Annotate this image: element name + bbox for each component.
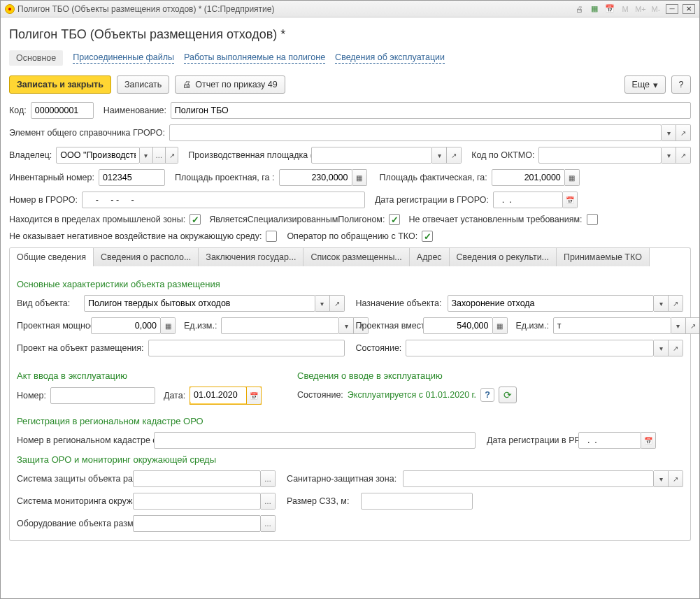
nav-tabs: Основное Присоединенные файлы Работы вып…: [9, 50, 691, 66]
report-button[interactable]: 🖨 Отчет по приказу 49: [175, 75, 285, 94]
design-vol-input[interactable]: [423, 317, 493, 334]
obj-type-open[interactable]: ↗: [330, 295, 345, 312]
szz-dropdown[interactable]: ▾: [654, 470, 669, 487]
minimize-button[interactable]: ─: [666, 4, 678, 14]
design-cap-calc-icon[interactable]: ▦: [161, 317, 176, 334]
m-minus-button[interactable]: M-: [650, 3, 662, 15]
close-button[interactable]: ✕: [683, 4, 695, 14]
state-input[interactable]: [406, 340, 654, 356]
more-button[interactable]: Еще ▾: [624, 75, 666, 94]
prod-site-dropdown[interactable]: ▾: [432, 147, 447, 164]
act-num-input[interactable]: [50, 387, 155, 404]
state-open[interactable]: ↗: [669, 340, 683, 356]
tab-exploitation[interactable]: Сведения об эксплуатации: [335, 52, 445, 64]
print-icon[interactable]: 🖨: [573, 3, 585, 15]
calc-icon[interactable]: ▦: [589, 3, 600, 15]
area-plan-calc-icon[interactable]: ▦: [352, 169, 367, 186]
commission-state-label: Состояние:: [297, 390, 343, 400]
tab-attached-files[interactable]: Присоединенные файлы: [73, 52, 174, 64]
unit2-input[interactable]: [553, 317, 671, 334]
calendar-icon[interactable]: 📅: [604, 3, 615, 15]
protection-sys-input[interactable]: [133, 470, 261, 487]
oktmo-open[interactable]: ↗: [676, 147, 691, 164]
inner-tab-address[interactable]: Адрес: [410, 248, 450, 266]
monitoring-input[interactable]: [133, 493, 261, 510]
inner-tab-tko[interactable]: Принимаемые ТКО: [557, 248, 650, 266]
prod-site-input[interactable]: [311, 147, 432, 164]
save-close-button[interactable]: Записать и закрыть: [9, 75, 111, 94]
szz-open[interactable]: ↗: [669, 470, 683, 487]
protection-sys-ellipsis[interactable]: …: [261, 470, 276, 487]
obj-type-input[interactable]: [84, 295, 315, 312]
owner-ellipsis[interactable]: …: [153, 147, 166, 164]
owner-dropdown[interactable]: ▾: [140, 147, 152, 164]
commission-help-button[interactable]: ?: [480, 388, 494, 402]
state-dropdown[interactable]: ▾: [654, 340, 669, 356]
inner-tab-general[interactable]: Общие сведения: [10, 248, 94, 266]
tab-works[interactable]: Работы выполняемые на полигоне: [184, 52, 325, 64]
specialized-checkbox[interactable]: [389, 214, 400, 225]
reg-date-calendar-icon[interactable]: 📅: [641, 432, 656, 449]
prod-site-open[interactable]: ↗: [447, 147, 462, 164]
purpose-input[interactable]: [448, 295, 655, 312]
prod-site-label: Производственная площадка (основная):: [188, 150, 307, 161]
inner-tab-reclamation[interactable]: Сведения о рекульти...: [450, 248, 557, 266]
groro-elem-dropdown[interactable]: ▾: [662, 124, 676, 141]
m-plus-button[interactable]: M+: [635, 3, 646, 15]
name-input[interactable]: [171, 102, 691, 119]
act-date-input[interactable]: [190, 387, 246, 403]
groro-elem-input[interactable]: [169, 124, 662, 141]
owner-open[interactable]: ↗: [166, 147, 178, 164]
chevron-down-icon: ▾: [653, 80, 658, 90]
inner-tab-location[interactable]: Сведения о располо...: [94, 248, 199, 266]
project-input[interactable]: [148, 340, 345, 356]
unit2-open[interactable]: ↗: [686, 317, 699, 334]
design-cap-input[interactable]: [91, 317, 161, 334]
reg-date-input[interactable]: [578, 432, 641, 449]
monitoring-ellipsis[interactable]: …: [261, 493, 276, 510]
not-comply-checkbox[interactable]: [587, 214, 598, 225]
inner-tab-conclusions[interactable]: Заключения государ...: [199, 248, 303, 266]
tab-main[interactable]: Основное: [9, 50, 63, 66]
purpose-dropdown[interactable]: ▾: [654, 295, 669, 312]
owner-input[interactable]: [56, 147, 140, 164]
szz-size-input[interactable]: [361, 493, 473, 510]
groro-elem-open[interactable]: ↗: [676, 124, 691, 141]
no-negative-checkbox[interactable]: [266, 231, 277, 242]
titlebar: Полигон ТБО (Объекты размещения отходов)…: [1, 1, 699, 17]
protection-title: Защита ОРО и мониторинг окружающей среды: [17, 454, 683, 465]
save-button[interactable]: Записать: [117, 75, 169, 94]
m-button[interactable]: M: [620, 3, 631, 15]
groro-num-input[interactable]: [82, 192, 365, 208]
unit2-dropdown[interactable]: ▾: [671, 317, 686, 334]
oktmo-input[interactable]: [538, 147, 662, 164]
code-input[interactable]: [31, 102, 94, 119]
unit1-label: Ед.изм.:: [184, 321, 217, 331]
tko-operator-checkbox[interactable]: [422, 231, 433, 242]
inner-tab-placed-list[interactable]: Список размещенны...: [303, 248, 409, 266]
help-button[interactable]: ?: [671, 75, 691, 94]
equipment-input[interactable]: [133, 515, 261, 532]
protection-sys-label: Система защиты объекта размещения:: [17, 474, 129, 484]
unit1-dropdown[interactable]: ▾: [339, 317, 354, 334]
area-fact-calc-icon[interactable]: ▦: [565, 169, 580, 186]
unit1-input[interactable]: [221, 317, 339, 334]
project-label: Проект на объект размещения:: [17, 343, 144, 353]
groro-date-calendar-icon[interactable]: 📅: [563, 192, 578, 208]
area-fact-input[interactable]: [492, 169, 565, 186]
act-date-calendar-icon[interactable]: 📅: [246, 387, 261, 404]
in-zone-checkbox[interactable]: [190, 214, 201, 225]
reg-num-input[interactable]: [154, 432, 476, 449]
no-negative-label: Не оказывает негативное воздействие на о…: [9, 231, 262, 241]
design-vol-calc-icon[interactable]: ▦: [493, 317, 508, 334]
inv-num-label: Инвентарный номер:: [9, 173, 94, 182]
inv-num-input[interactable]: [99, 169, 165, 186]
area-plan-input[interactable]: [279, 169, 352, 186]
oktmo-dropdown[interactable]: ▾: [662, 147, 676, 164]
groro-date-input[interactable]: [493, 192, 563, 208]
szz-input[interactable]: [403, 470, 654, 487]
commission-refresh-button[interactable]: ⟳: [499, 387, 517, 403]
obj-type-dropdown[interactable]: ▾: [315, 295, 330, 312]
purpose-open[interactable]: ↗: [669, 295, 683, 312]
equipment-ellipsis[interactable]: …: [261, 515, 276, 532]
